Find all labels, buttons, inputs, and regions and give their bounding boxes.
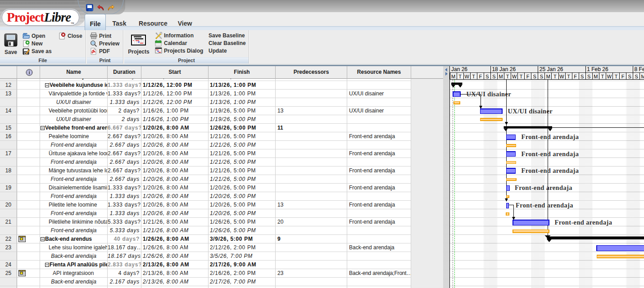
svg-text:S: S (628, 74, 631, 79)
svg-text:F: F (621, 74, 625, 79)
svg-text:Front-end arendaja: Front-end arendaja (515, 184, 572, 191)
svg-text:W: W (512, 74, 517, 79)
svg-text:Front-end arendaja: Front-end arendaja (516, 202, 573, 209)
svg-text:T: T (553, 74, 557, 79)
svg-text:18 Jan 26: 18 Jan 26 (492, 66, 516, 72)
svg-text:1 Feb 26: 1 Feb 26 (587, 66, 608, 72)
svg-text:UX/UI disainer: UX/UI disainer (467, 90, 512, 98)
svg-text:8 Feb 26: 8 Feb 26 (635, 66, 644, 72)
svg-text:F: F (574, 74, 577, 79)
svg-text:T: T (567, 74, 570, 79)
svg-text:S: S (581, 74, 584, 79)
svg-text:M: M (451, 74, 455, 79)
svg-text:S: S (485, 74, 489, 79)
svg-text:Front-end arendaja: Front-end arendaja (522, 133, 579, 140)
svg-text:T: T (601, 74, 604, 79)
svg-text:Front-end arendaja: Front-end arendaja (522, 167, 579, 174)
svg-text:W: W (607, 74, 612, 79)
svg-text:Front-end arendaja: Front-end arendaja (522, 150, 579, 158)
svg-text:T: T (520, 74, 523, 79)
svg-text:T: T (458, 74, 462, 79)
svg-text:W: W (464, 74, 469, 79)
svg-text:S: S (587, 74, 590, 79)
svg-text:T: T (506, 74, 509, 79)
svg-text:W: W (559, 74, 564, 79)
svg-text:T: T (615, 74, 618, 79)
svg-text:M: M (499, 74, 503, 79)
svg-text:M: M (641, 74, 644, 79)
svg-text:S: S (533, 74, 536, 79)
svg-text:Front-end arendaja: Front-end arendaja (555, 219, 612, 226)
svg-text:Jan 26: Jan 26 (451, 66, 467, 72)
svg-text:S: S (635, 74, 638, 79)
svg-text:M: M (546, 74, 550, 79)
svg-text:T: T (472, 74, 475, 79)
svg-text:F: F (526, 74, 530, 79)
svg-text:S: S (492, 74, 495, 79)
svg-text:UX/UI disainer: UX/UI disainer (508, 108, 553, 115)
svg-text:M: M (594, 74, 598, 79)
svg-text:S: S (540, 74, 543, 79)
svg-text:F: F (479, 74, 482, 79)
svg-text:25 Jan 26: 25 Jan 26 (540, 66, 563, 72)
